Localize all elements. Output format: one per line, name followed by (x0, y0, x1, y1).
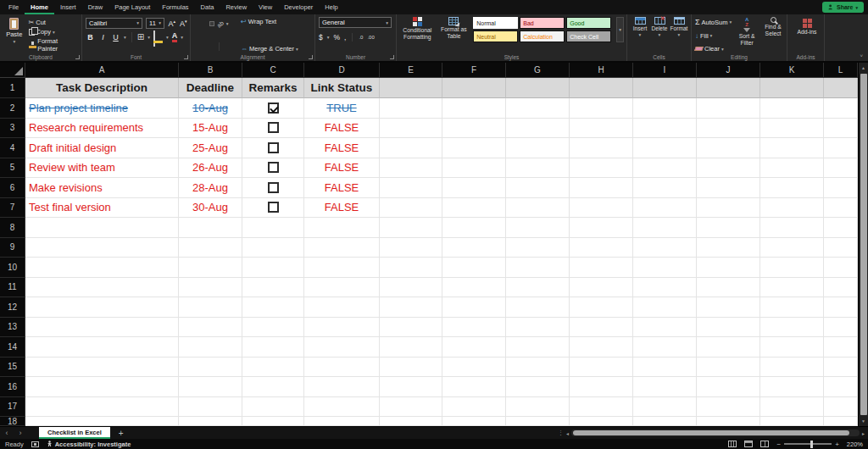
cell-B17[interactable] (179, 397, 242, 418)
cell-J9[interactable] (697, 238, 760, 258)
cell-I5[interactable] (633, 158, 697, 179)
cell-F6[interactable] (442, 178, 506, 198)
cell-K1[interactable] (760, 78, 824, 98)
menu-tab-page-layout[interactable]: Page Layout (108, 0, 156, 14)
cell-style-neutral[interactable]: Neutral (473, 30, 518, 42)
cell-E14[interactable] (380, 337, 442, 358)
cell-I3[interactable] (633, 119, 697, 139)
italic-button[interactable]: I (98, 33, 108, 42)
checkbox-row5[interactable] (268, 162, 279, 173)
scroll-right-icon[interactable]: ▸ (862, 430, 865, 436)
cell-A9[interactable] (25, 238, 179, 258)
cell-G18[interactable] (506, 417, 570, 426)
cell-G10[interactable] (506, 258, 570, 278)
cell-K15[interactable] (760, 358, 824, 378)
cell-D17[interactable] (304, 397, 380, 418)
horizontal-scrollbar-track[interactable] (571, 430, 860, 436)
cell-B12[interactable] (179, 297, 242, 318)
cell-L11[interactable] (824, 278, 858, 298)
cell-J6[interactable] (697, 178, 760, 198)
cell-H3[interactable] (570, 119, 633, 139)
cell-B9[interactable] (179, 238, 242, 258)
number-dialog-launcher-icon[interactable] (390, 55, 394, 59)
cell-G5[interactable] (506, 158, 570, 179)
number-format-select[interactable]: General ▾ (319, 17, 392, 28)
cell-J12[interactable] (697, 297, 760, 318)
align-middle-button[interactable] (202, 21, 207, 26)
vertical-scrollbar[interactable]: ▲ ▼ (858, 63, 868, 426)
cell-J18[interactable] (697, 417, 760, 426)
column-header-C[interactable]: C (242, 63, 304, 78)
cell-A10[interactable] (25, 258, 179, 278)
row-header-5[interactable]: 5 (0, 158, 25, 179)
cell-G4[interactable] (506, 138, 570, 158)
cell-F1[interactable] (442, 78, 506, 98)
row-header-4[interactable]: 4 (0, 138, 25, 158)
cell-I8[interactable] (633, 218, 697, 238)
cell-I11[interactable] (633, 278, 697, 298)
cell-A2[interactable]: Plan project timeline (25, 98, 179, 119)
checkbox-row6[interactable] (268, 182, 279, 193)
row-header-12[interactable]: 12 (0, 297, 25, 318)
cell-J13[interactable] (697, 318, 760, 338)
cell-B16[interactable] (179, 377, 242, 397)
font-name-select[interactable]: Calibri ▾ (86, 18, 142, 29)
cell-A16[interactable] (25, 377, 179, 397)
cell-style-bad[interactable]: Bad (520, 17, 565, 29)
scroll-left-icon[interactable]: ◂ (566, 430, 569, 436)
cell-B7[interactable]: 30-Aug (179, 198, 242, 219)
cell-K8[interactable] (760, 218, 824, 238)
cell-I12[interactable] (633, 297, 697, 318)
cell-E8[interactable] (380, 218, 442, 238)
cell-J14[interactable] (697, 337, 760, 358)
align-left-button[interactable] (194, 44, 199, 49)
cell-J16[interactable] (697, 377, 760, 397)
cell-L2[interactable] (824, 98, 858, 119)
cell-D14[interactable] (304, 337, 380, 358)
cell-A17[interactable] (25, 397, 179, 418)
autosum-button[interactable]: Σ AutoSum ▾ (695, 18, 732, 26)
cell-F7[interactable] (442, 198, 506, 219)
cell-style-normal[interactable]: Normal (473, 17, 518, 29)
cell-style-calculation[interactable]: Calculation (520, 30, 565, 42)
cell-H7[interactable] (570, 198, 633, 219)
shrink-font-button[interactable]: A▾ (179, 19, 187, 28)
cell-G17[interactable] (506, 397, 570, 418)
cell-G1[interactable] (506, 78, 570, 98)
paste-button[interactable]: Paste ▾ (3, 17, 25, 53)
cell-L4[interactable] (824, 138, 858, 158)
cell-D7[interactable]: FALSE (304, 198, 380, 219)
cell-C2[interactable] (242, 98, 304, 119)
row-header-11[interactable]: 11 (0, 278, 25, 298)
borders-button[interactable]: ⊞ (137, 33, 144, 42)
cell-L17[interactable] (824, 397, 858, 418)
cell-I16[interactable] (633, 377, 697, 397)
cell-D3[interactable]: FALSE (304, 119, 380, 139)
row-header-16[interactable]: 16 (0, 377, 25, 397)
cell-E3[interactable] (380, 119, 442, 139)
cell-H16[interactable] (570, 377, 633, 397)
menu-tab-file[interactable]: File (3, 0, 25, 14)
cell-C13[interactable] (242, 318, 304, 338)
scroll-up-icon[interactable]: ▲ (861, 63, 865, 73)
cell-I7[interactable] (633, 198, 697, 219)
cell-A18[interactable] (25, 417, 179, 426)
cell-L6[interactable] (824, 178, 858, 198)
row-header-14[interactable]: 14 (0, 337, 25, 358)
menu-tab-data[interactable]: Data (195, 0, 220, 14)
merge-center-button[interactable]: ⇔ Merge & Center ▾ (241, 45, 298, 53)
cell-F10[interactable] (442, 258, 506, 278)
cell-C8[interactable] (242, 218, 304, 238)
cell-G7[interactable] (506, 198, 570, 219)
cell-B14[interactable] (179, 337, 242, 358)
cell-D2[interactable]: TRUE (304, 98, 380, 119)
menu-tab-help[interactable]: Help (319, 0, 343, 14)
menu-tab-insert[interactable]: Insert (54, 0, 82, 14)
cell-G16[interactable] (506, 377, 570, 397)
cell-E13[interactable] (380, 318, 442, 338)
cell-L18[interactable] (824, 417, 858, 426)
menu-tab-draw[interactable]: Draw (82, 0, 109, 14)
cell-H11[interactable] (570, 278, 633, 298)
cell-I18[interactable] (633, 417, 697, 426)
cell-L12[interactable] (824, 297, 858, 318)
